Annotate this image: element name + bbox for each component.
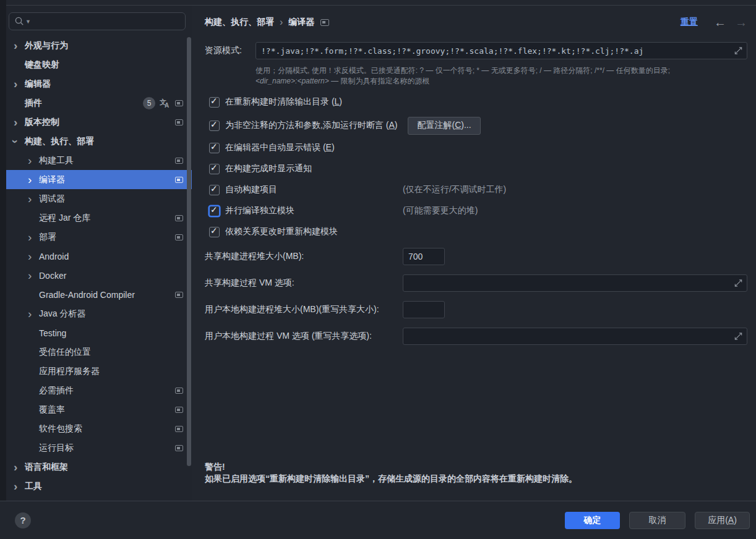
- user-vm-options-input[interactable]: [403, 328, 747, 345]
- chevron-icon[interactable]: [14, 80, 25, 88]
- tree-item-label: 运行目标: [39, 443, 74, 454]
- chevron-icon[interactable]: [28, 444, 39, 452]
- chevron-icon[interactable]: [28, 195, 39, 203]
- build-automatically-checkbox[interactable]: [209, 185, 220, 195]
- monitor-icon: [175, 234, 183, 240]
- shared-heap-size-input[interactable]: 700: [403, 248, 445, 265]
- chevron-icon[interactable]: [14, 61, 25, 69]
- runtime-assertions-checkbox[interactable]: [209, 121, 220, 131]
- sidebar-tree-item[interactable]: 必需插件: [6, 381, 192, 400]
- chevron-icon[interactable]: [28, 252, 39, 261]
- build-notification-checkbox[interactable]: [209, 164, 220, 174]
- shared-heap-size-row: 共享构建进程堆大小(MB): 700: [205, 247, 747, 266]
- help-button[interactable]: ?: [15, 512, 31, 528]
- sidebar-tree-item[interactable]: 键盘映射: [6, 55, 192, 74]
- back-arrow-icon[interactable]: ←: [714, 16, 726, 28]
- sidebar-tree-item[interactable]: 外观与行为: [6, 36, 192, 55]
- chevron-icon[interactable]: [28, 310, 39, 318]
- show-errors-checkbox[interactable]: [209, 143, 220, 153]
- resource-patterns-label: 资源模式:: [205, 45, 256, 56]
- expand-field-icon[interactable]: [734, 46, 743, 56]
- chevron-icon[interactable]: [28, 271, 39, 280]
- question-mark-icon: ?: [20, 515, 25, 525]
- user-heap-size-input[interactable]: [403, 301, 445, 318]
- tree-item-label: 远程 Jar 仓库: [39, 213, 90, 224]
- chevron-icon[interactable]: [28, 367, 39, 376]
- shared-heap-size-label: 共享构建进程堆大小(MB):: [205, 251, 403, 262]
- tree-item-label: 应用程序服务器: [39, 366, 100, 377]
- settings-search-input[interactable]: ▼: [9, 12, 186, 30]
- sidebar-tree-item[interactable]: Testing: [6, 323, 192, 342]
- svg-text:A: A: [165, 102, 169, 108]
- sidebar-tree-item[interactable]: 软件包搜索: [6, 419, 192, 438]
- expand-field-icon[interactable]: [734, 332, 743, 341]
- chevron-icon[interactable]: [14, 118, 25, 127]
- help-line-2: — 限制为具有指定名称的源根: [329, 77, 430, 85]
- chevron-icon[interactable]: [14, 482, 25, 491]
- chevron-icon[interactable]: [28, 405, 39, 414]
- tree-item-label: 插件: [25, 98, 42, 109]
- sidebar-tree-item[interactable]: 构建、执行、部署: [6, 132, 192, 151]
- chevron-icon[interactable]: [28, 156, 39, 165]
- chevron-icon[interactable]: [28, 291, 39, 299]
- monitor-icon: [175, 388, 183, 394]
- sidebar-tree-item[interactable]: Docker: [6, 266, 192, 285]
- cancel-button[interactable]: 取消: [629, 512, 685, 529]
- sidebar-tree-item[interactable]: 应用程序服务器: [6, 362, 192, 381]
- tree-item-label: Gradle-Android Compiler: [39, 290, 135, 300]
- expand-field-icon[interactable]: [734, 279, 743, 288]
- sidebar-tree-item[interactable]: 部署: [6, 227, 192, 247]
- sidebar-tree-item[interactable]: 版本控制: [6, 112, 192, 132]
- tree-item-label: 覆盖率: [39, 404, 65, 415]
- monitor-icon: [175, 100, 183, 106]
- search-options-caret-icon[interactable]: ▼: [25, 19, 31, 25]
- resource-patterns-row: 资源模式: !?*.java;!?*.form;!?*.class;!?*.gr…: [205, 42, 747, 59]
- chevron-icon[interactable]: [14, 41, 25, 50]
- shared-vm-options-input[interactable]: [403, 274, 747, 292]
- tree-item-label: Android: [39, 252, 69, 261]
- apply-button[interactable]: 应用(A): [695, 512, 750, 529]
- sidebar-tree-item[interactable]: Java 分析器: [6, 304, 192, 323]
- resource-patterns-input[interactable]: !?*.java;!?*.form;!?*.class;!?*.groovy;!…: [256, 42, 747, 59]
- reset-link[interactable]: 重置: [681, 17, 698, 28]
- sidebar-tree-item[interactable]: 远程 Jar 仓库: [6, 208, 192, 227]
- chevron-icon[interactable]: [28, 176, 39, 184]
- sidebar-tree-item[interactable]: 语言和框架: [6, 457, 192, 477]
- tree-item-label: 工具: [25, 481, 42, 492]
- sidebar-tree-item[interactable]: Gradle-Android Compiler: [6, 285, 192, 304]
- sidebar-tree-item[interactable]: 编译器: [6, 170, 192, 189]
- chevron-icon[interactable]: [14, 99, 25, 108]
- sidebar-tree-item[interactable]: 插件 5 文 A: [6, 93, 192, 112]
- sidebar-tree-item[interactable]: Android: [6, 247, 192, 266]
- clear-output-checkbox[interactable]: [209, 97, 220, 108]
- tree-item-label: 部署: [39, 232, 56, 243]
- rebuild-on-dependency-checkbox[interactable]: [209, 227, 220, 237]
- sidebar-tree-item[interactable]: 覆盖率: [6, 400, 192, 419]
- chevron-icon[interactable]: [28, 214, 39, 223]
- sidebar-tree-item[interactable]: 工具: [6, 477, 192, 496]
- user-vm-options-label: 用户本地构建过程 VM 选项 (重写共享选项):: [205, 331, 403, 342]
- settings-sidebar: ▼ 外观与行为 键盘映射 编辑器 插件 5: [6, 6, 192, 501]
- sidebar-scrollbar[interactable]: [187, 37, 191, 466]
- monitor-icon: [175, 177, 183, 183]
- chevron-icon[interactable]: [14, 137, 25, 146]
- forward-arrow-icon: →: [735, 16, 747, 28]
- sidebar-tree-item[interactable]: 构建工具: [6, 151, 192, 170]
- chevron-icon[interactable]: [14, 463, 25, 472]
- sidebar-tree-item[interactable]: 编辑器: [6, 74, 192, 93]
- sidebar-tree-item[interactable]: 调试器: [6, 189, 192, 208]
- chevron-icon[interactable]: [28, 233, 39, 242]
- warning-title: 警告!: [205, 462, 225, 472]
- chevron-icon[interactable]: [28, 329, 39, 337]
- chevron-icon[interactable]: [28, 425, 39, 433]
- sidebar-tree-item[interactable]: 受信任的位置: [6, 342, 192, 362]
- breadcrumb-build-execution-deployment[interactable]: 构建、执行、部署: [205, 17, 274, 28]
- monitor-icon: [175, 292, 183, 298]
- chevron-icon[interactable]: [28, 386, 39, 395]
- ok-button[interactable]: 确定: [565, 512, 620, 529]
- compile-parallel-checkbox[interactable]: [209, 206, 220, 216]
- build-process-fields: 共享构建进程堆大小(MB): 700 共享构建过程 VM 选项: 用户本地构建进…: [205, 247, 747, 346]
- configure-annotations-button[interactable]: 配置注解(C)...: [408, 117, 480, 135]
- chevron-icon[interactable]: [28, 348, 39, 357]
- sidebar-tree-item[interactable]: 运行目标: [6, 438, 192, 457]
